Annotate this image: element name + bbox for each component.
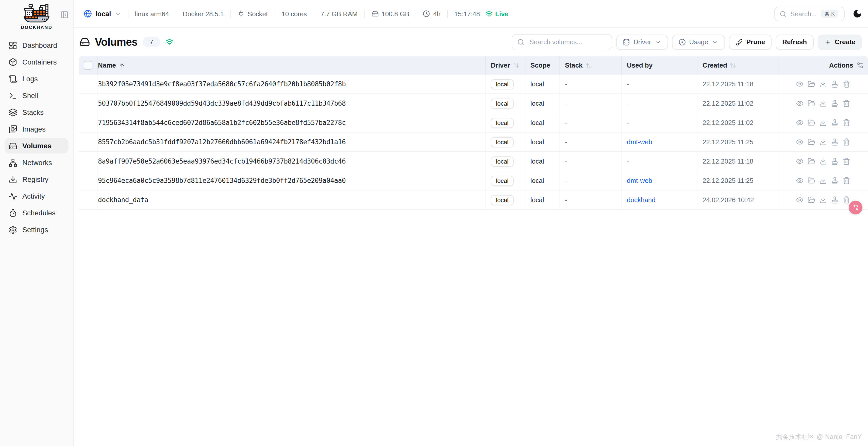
delete-button[interactable] [843,138,850,146]
page-header: Volumes 7 Driver Usage [73,28,868,56]
delete-button[interactable] [843,99,850,107]
inspect-button[interactable] [796,138,804,146]
global-search[interactable]: Search... ⌘ K [774,6,845,21]
delete-button[interactable] [843,80,850,88]
select-all-checkbox[interactable] [84,61,92,69]
sidebar-item-settings[interactable]: Settings [5,222,68,237]
used-by-link[interactable]: dockhand [627,196,656,204]
live-status: Live [485,10,508,18]
browse-button[interactable] [808,177,815,184]
inspect-button[interactable] [796,119,804,126]
inspect-button[interactable] [796,157,804,165]
column-header-actions[interactable]: Actions [779,56,868,75]
volume-row[interactable]: 7195634314f8ab544c6ced6072d86a658a1b2fc6… [79,113,868,132]
export-button[interactable] [819,138,827,146]
sidebar-item-label: Registry [22,175,49,183]
delete-button[interactable] [843,157,850,165]
inspect-button[interactable] [796,99,804,107]
sidebar-item-activity[interactable]: Activity [5,188,68,204]
database-icon [623,38,630,46]
refresh-button[interactable]: Refresh [776,34,813,50]
driver-cell: local [486,75,525,93]
delete-button[interactable] [843,196,850,204]
scope-value: local [525,94,560,113]
sidebar-item-dashboard[interactable]: Dashboard [5,38,68,53]
export-button[interactable] [819,157,827,165]
browse-button[interactable] [808,138,815,146]
clone-button[interactable] [831,99,839,107]
volume-search-input[interactable] [528,38,607,46]
driver-filter-button[interactable]: Driver [616,34,668,50]
volume-row[interactable]: dockhand_datalocallocal-dockhand24.02.20… [79,190,868,210]
driver-badge: local [491,195,514,205]
export-button[interactable] [819,177,827,184]
sidebar-item-volumes[interactable]: Volumes [5,138,68,153]
clone-button[interactable] [831,119,839,126]
volume-row[interactable]: 3b392f05e73491d3e9cf8ea03f37eda5680c57c6… [79,75,868,94]
stack-value: - [560,132,622,151]
sidebar-item-shell[interactable]: Shell [5,88,68,103]
create-label: Create [835,38,855,46]
sidebar-item-label: Stacks [22,108,44,116]
used-by-cell: dmt-web [622,171,698,190]
clone-button[interactable] [831,138,839,146]
prune-button[interactable]: Prune [729,34,772,50]
inspect-button[interactable] [796,177,804,184]
clone-button[interactable] [831,177,839,184]
column-header-stack[interactable]: Stack [560,56,622,75]
export-button[interactable] [819,80,827,88]
browse-button[interactable] [808,99,815,107]
live-label: Live [495,10,508,18]
sidebar-item-registry[interactable]: Registry [5,172,68,187]
sidebar-item-logs[interactable]: Logs [5,71,68,86]
volume-name: 7195634314f8ab544c6ced6072d86a658a1b2fc6… [98,113,486,132]
sidebar-nav: DashboardContainersLogsShellStacksImages… [0,38,73,237]
column-header-driver[interactable]: Driver [486,56,525,75]
sidebar-collapse-button[interactable] [60,11,68,19]
eye-icon [796,99,804,107]
delete-button[interactable] [843,119,850,126]
sidebar-item-stacks[interactable]: Stacks [5,105,68,120]
inspect-button[interactable] [796,80,804,88]
arrow-up-down-icon [513,62,519,68]
volume-row[interactable]: 8a9aff907e58e52a6063e5eaa93976ed34cfcb19… [79,152,868,171]
create-button[interactable]: Create [817,34,862,50]
translate-fab[interactable]: A [849,201,862,214]
used-by-cell: dmt-web [622,132,698,151]
export-button[interactable] [819,119,827,126]
sidebar-item-schedules[interactable]: Schedules [5,205,68,220]
used-by-link[interactable]: dmt-web [627,138,652,146]
theme-toggle-button[interactable] [853,9,862,18]
usage-filter-button[interactable]: Usage [672,34,725,50]
used-by-link[interactable]: dmt-web [627,177,652,184]
browse-button[interactable] [808,80,815,88]
delete-button[interactable] [843,177,850,184]
volume-row[interactable]: 8557cb2b6aadc5b31fddf9207a12b27660dbb606… [79,132,868,152]
download-icon [819,196,827,204]
browse-button[interactable] [808,157,815,165]
system-info-label: 4h [433,10,441,18]
column-header-name[interactable]: Name [98,56,486,75]
sidebar-item-containers[interactable]: Containers [5,54,68,69]
system-info-items: linux arm64Docker 28.5.1Socket10 cores7.… [121,10,508,18]
browse-button[interactable] [808,119,815,126]
export-button[interactable] [819,99,827,107]
clone-button[interactable] [831,196,839,204]
system-topbar: local linux arm64Docker 28.5.1Socket10 c… [73,0,868,28]
sidebar-item-images[interactable]: Images [5,121,68,137]
volume-row[interactable]: 503707bb0f125476849009dd59d43dc339ae8fd4… [79,94,868,113]
wifi-status-icon [165,38,174,46]
volume-row[interactable]: 95c964eca6a0c5c9a3598b7d811e24760134d632… [79,171,868,190]
system-info-100-8-gb: 100.8 GB [371,10,409,18]
sidebar-item-networks[interactable]: Networks [5,155,68,170]
eye-icon [796,196,804,204]
brush-icon [736,38,743,46]
clone-button[interactable] [831,157,839,165]
driver-filter-label: Driver [633,38,651,46]
clone-button[interactable] [831,80,839,88]
column-header-created[interactable]: Created [698,56,779,75]
inspect-button[interactable] [796,196,804,204]
host-selector[interactable]: local [84,10,121,18]
browse-button[interactable] [808,196,815,204]
export-button[interactable] [819,196,827,204]
